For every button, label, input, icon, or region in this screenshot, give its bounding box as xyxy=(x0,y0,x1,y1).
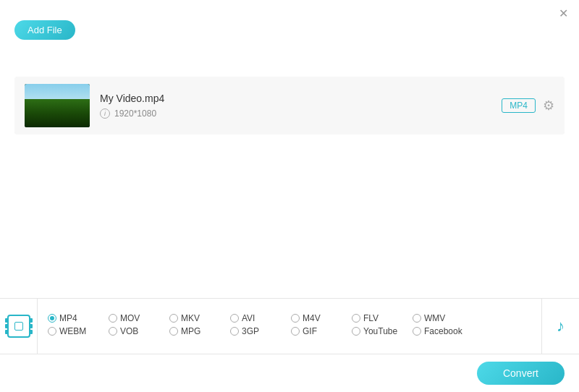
radio-flv[interactable] xyxy=(352,314,360,323)
format-option-mpg[interactable]: MPG xyxy=(169,326,227,336)
film-icon xyxy=(7,315,30,338)
format-option-m4v[interactable]: M4V xyxy=(291,313,349,323)
radio-3gp[interactable] xyxy=(230,327,239,336)
format-label-facebook: Facebook xyxy=(424,326,462,336)
add-file-button[interactable]: Add File xyxy=(14,20,75,40)
format-option-flv[interactable]: FLV xyxy=(352,313,410,323)
convert-button[interactable]: Convert xyxy=(477,362,565,385)
radio-gif[interactable] xyxy=(291,327,300,336)
format-option-youtube[interactable]: YouTube xyxy=(352,326,410,336)
radio-wmv[interactable] xyxy=(413,314,421,323)
format-option-avi[interactable]: AVI xyxy=(230,313,288,323)
radio-youtube[interactable] xyxy=(352,327,360,336)
format-label-mkv: MKV xyxy=(181,313,200,323)
format-options-row-2: WEBM VOB MPG 3GP GIF xyxy=(48,326,531,336)
radio-mpg[interactable] xyxy=(169,327,178,336)
format-row: MP4 MOV MKV AVI M4V xyxy=(0,299,579,354)
format-badge[interactable]: MP4 xyxy=(502,98,536,113)
format-label-mov: MOV xyxy=(120,313,140,323)
format-label-m4v: M4V xyxy=(303,313,321,323)
settings-icon[interactable]: ⚙ xyxy=(543,98,554,114)
convert-area: Convert xyxy=(0,354,579,392)
format-label-youtube: YouTube xyxy=(363,326,397,336)
format-option-wmv[interactable]: WMV xyxy=(413,313,470,323)
format-label-3gp: 3GP xyxy=(242,326,259,336)
format-option-facebook[interactable]: Facebook xyxy=(413,326,470,336)
file-actions: MP4 ⚙ xyxy=(502,98,554,114)
title-bar: ✕ xyxy=(0,0,579,26)
format-option-vob[interactable]: VOB xyxy=(109,326,166,336)
radio-m4v[interactable] xyxy=(291,314,300,323)
file-resolution: 1920*1080 xyxy=(114,108,156,119)
radio-avi[interactable] xyxy=(230,314,239,323)
format-label-vob: VOB xyxy=(120,326,138,336)
radio-mp4[interactable] xyxy=(48,314,56,323)
info-icon: i xyxy=(100,108,110,119)
format-label-gif: GIF xyxy=(303,326,317,336)
format-option-mov[interactable]: MOV xyxy=(109,313,166,323)
format-label-mpg: MPG xyxy=(181,326,200,336)
radio-facebook[interactable] xyxy=(413,327,421,336)
file-meta: i 1920*1080 xyxy=(100,108,502,119)
bottom-panel: MP4 MOV MKV AVI M4V xyxy=(0,298,579,392)
close-button[interactable]: ✕ xyxy=(556,6,570,20)
format-option-3gp[interactable]: 3GP xyxy=(230,326,288,336)
format-options: MP4 MOV MKV AVI M4V xyxy=(38,307,541,345)
format-option-mkv[interactable]: MKV xyxy=(169,313,227,323)
format-label-webm: WEBM xyxy=(59,326,86,336)
audio-type-icon[interactable]: ♪ xyxy=(541,299,579,354)
format-option-webm[interactable]: WEBM xyxy=(48,326,106,336)
format-option-mp4[interactable]: MP4 xyxy=(48,313,106,323)
format-options-row-1: MP4 MOV MKV AVI M4V xyxy=(48,313,531,323)
file-item: My Video.mp4 i 1920*1080 MP4 ⚙ xyxy=(14,77,565,135)
music-icon: ♪ xyxy=(557,317,565,336)
radio-vob[interactable] xyxy=(109,327,117,336)
radio-mov[interactable] xyxy=(109,314,117,323)
radio-mkv[interactable] xyxy=(169,314,178,323)
file-info: My Video.mp4 i 1920*1080 xyxy=(90,93,502,119)
format-label-wmv: WMV xyxy=(424,313,445,323)
file-thumbnail xyxy=(25,84,90,127)
video-type-icon[interactable] xyxy=(0,299,38,354)
format-label-avi: AVI xyxy=(242,313,255,323)
file-name: My Video.mp4 xyxy=(100,93,502,104)
radio-webm[interactable] xyxy=(48,327,56,336)
format-option-gif[interactable]: GIF xyxy=(291,326,349,336)
format-label-mp4: MP4 xyxy=(59,313,77,323)
file-list-area: My Video.mp4 i 1920*1080 MP4 ⚙ xyxy=(14,77,565,135)
format-label-flv: FLV xyxy=(363,313,379,323)
